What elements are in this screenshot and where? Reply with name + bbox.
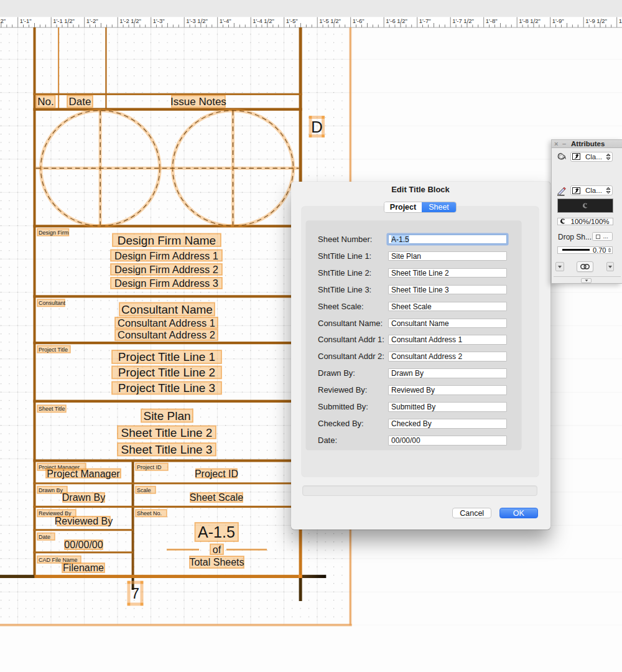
svg-text:1'-2 1/2": 1'-2 1/2" — [119, 17, 141, 24]
svg-text:Date: Date — [39, 534, 50, 540]
svg-text:1'-2": 1'-2" — [86, 17, 98, 24]
svg-text:1'-6 1/2": 1'-6 1/2" — [386, 17, 407, 24]
svg-text:D: D — [311, 118, 323, 136]
svg-text:Project Title Line 1: Project Title Line 1 — [118, 350, 215, 363]
svg-text:Sheet Title Line 2: Sheet Title Line 2 — [121, 426, 213, 439]
svg-text:Consultant Address 2: Consultant Address 2 — [118, 329, 215, 340]
svg-text:Design Firm Name: Design Firm Name — [118, 234, 216, 247]
svg-text:of: of — [213, 544, 221, 555]
svg-text:1'-6": 1'-6" — [353, 17, 364, 24]
svg-text:Project ID: Project ID — [195, 469, 238, 479]
svg-text:1'-3": 1'-3" — [153, 17, 165, 24]
svg-text:Design Firm Address 3: Design Firm Address 3 — [114, 278, 218, 289]
svg-text:1'-5": 1'-5" — [286, 17, 298, 24]
svg-text:7: 7 — [131, 585, 139, 602]
svg-text:1'-1 1/2": 1'-1 1/2" — [53, 17, 75, 24]
svg-text:Sheet No.: Sheet No. — [137, 510, 162, 516]
svg-text:Sheet Title: Sheet Title — [39, 406, 65, 412]
svg-text:Project ID: Project ID — [137, 464, 162, 470]
svg-text:1'-7": 1'-7" — [419, 17, 431, 24]
svg-text:Project Title Line 2: Project Title Line 2 — [118, 366, 215, 379]
svg-text:Project Manager: Project Manager — [47, 469, 120, 479]
svg-text:1'-9 1/2": 1'-9 1/2" — [585, 17, 607, 24]
svg-text:1'-4 1/2": 1'-4 1/2" — [253, 17, 274, 24]
svg-text:Reviewed By: Reviewed By — [55, 516, 113, 526]
svg-text:Drawn By: Drawn By — [62, 492, 105, 503]
svg-text:Sheet Scale: Sheet Scale — [190, 492, 243, 503]
svg-text:Scale: Scale — [137, 487, 151, 493]
svg-text:Project Title Line 3: Project Title Line 3 — [118, 381, 215, 394]
svg-text:Drawn By: Drawn By — [39, 487, 63, 493]
svg-text:Site Plan: Site Plan — [143, 409, 190, 422]
svg-text:Issue Notes: Issue Notes — [170, 96, 226, 108]
svg-text:Filename: Filename — [63, 562, 104, 573]
svg-text:Total Sheets: Total Sheets — [189, 557, 244, 567]
svg-text:No.: No. — [37, 96, 53, 108]
svg-text:1'-7 1/2": 1'-7 1/2" — [452, 17, 474, 24]
svg-text:1'-1": 1'-1" — [20, 17, 32, 24]
svg-text:1'-4": 1'-4" — [220, 17, 231, 24]
svg-text:Project Title: Project Title — [39, 347, 68, 353]
svg-text:Date: Date — [69, 96, 91, 108]
svg-text:Consultant Address 1: Consultant Address 1 — [118, 317, 215, 329]
svg-text:Consultant: Consultant — [39, 300, 66, 306]
svg-text:1'-10": 1'-10" — [619, 17, 622, 24]
svg-text:CAD File Name: CAD File Name — [39, 557, 78, 563]
svg-text:Sheet Title Line 3: Sheet Title Line 3 — [121, 443, 213, 456]
svg-text:1'-3 1/2": 1'-3 1/2" — [186, 17, 208, 24]
svg-text:Consultant Name: Consultant Name — [121, 303, 213, 316]
svg-text:Design Firm Address 2: Design Firm Address 2 — [114, 264, 218, 275]
svg-text:1'-8": 1'-8" — [486, 17, 498, 24]
svg-text:1'-5 1/2": 1'-5 1/2" — [319, 17, 341, 24]
svg-text:A-1.5: A-1.5 — [198, 523, 235, 541]
svg-text:Design Firm Address 1: Design Firm Address 1 — [114, 250, 218, 261]
svg-text:00/00/00: 00/00/00 — [64, 539, 103, 550]
svg-text:1'-8 1/2": 1'-8 1/2" — [519, 17, 541, 24]
svg-text:1'-9": 1'-9" — [552, 17, 564, 24]
svg-text:Design Firm: Design Firm — [39, 230, 69, 236]
